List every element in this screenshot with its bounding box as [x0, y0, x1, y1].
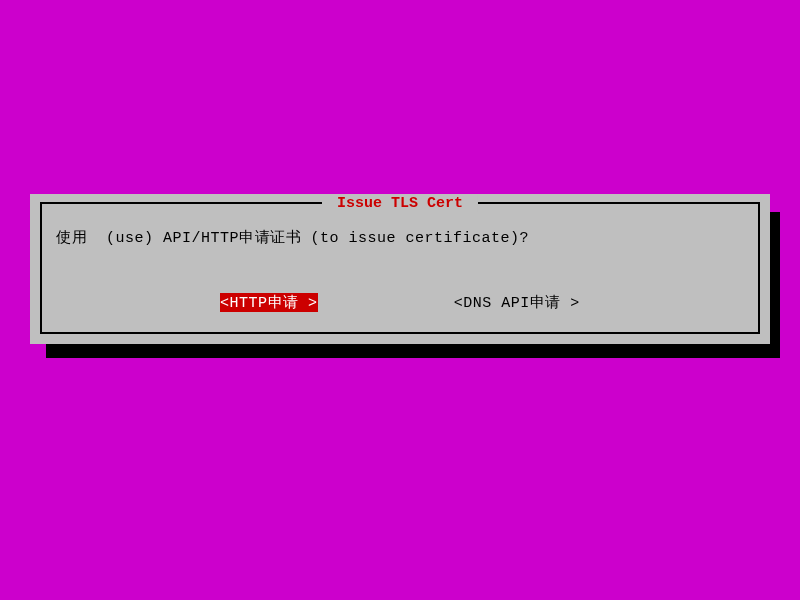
dialog-prompt: 使用 (use) API/HTTP申请证书 (to issue certific… — [56, 228, 529, 247]
button-row: <HTTP申请 > <DNS API申请 > — [42, 293, 758, 312]
dialog-box: Issue TLS Cert 使用 (use) API/HTTP申请证书 (to… — [30, 194, 770, 344]
dialog-frame: Issue TLS Cert 使用 (use) API/HTTP申请证书 (to… — [40, 202, 760, 334]
dns-api-apply-button[interactable]: <DNS API申请 > — [454, 293, 580, 312]
http-apply-button[interactable]: <HTTP申请 > — [220, 293, 318, 312]
dialog-title: Issue TLS Cert — [322, 195, 478, 212]
